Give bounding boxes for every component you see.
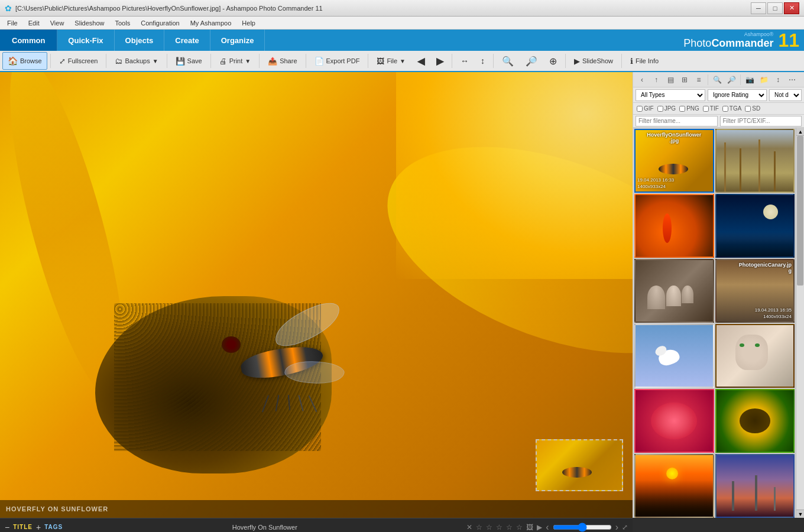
image-viewer[interactable]: HOVERFLY ON SUNFLOWER › bbox=[0, 72, 633, 518]
thumb-up-button[interactable]: ↑ bbox=[650, 73, 663, 86]
thumb-item-2[interactable] bbox=[715, 129, 795, 193]
thumb-sort-button[interactable]: ↕ bbox=[771, 73, 784, 86]
thumb-9-petals bbox=[651, 403, 697, 439]
scroll-up-arrow[interactable]: ▲ bbox=[796, 128, 804, 136]
thumb-search-button[interactable]: 🔍 bbox=[711, 73, 724, 86]
exportpdf-button[interactable]: 📄 Export PDF bbox=[309, 52, 365, 70]
thumb-item-8[interactable] bbox=[715, 324, 795, 388]
thumb-item-10[interactable] bbox=[715, 389, 795, 453]
menu-configuration[interactable]: Configuration bbox=[136, 18, 184, 28]
thumb-back-button[interactable]: ‹ bbox=[636, 73, 649, 86]
backups-button[interactable]: 🗂 Backups ▼ bbox=[109, 52, 163, 70]
resize-icon[interactable]: ⤢ bbox=[622, 523, 628, 531]
thumb-more-button[interactable]: ⋯ bbox=[786, 73, 799, 86]
tab-organize[interactable]: Organize bbox=[210, 30, 265, 51]
caption-image-icon[interactable]: 🖼 bbox=[526, 523, 533, 531]
save-button[interactable]: 💾 Save bbox=[170, 52, 208, 70]
tab-create[interactable]: Create bbox=[164, 30, 210, 51]
light-area bbox=[396, 72, 633, 279]
scroll-down-arrow[interactable]: ▼ bbox=[796, 510, 804, 518]
menu-edit[interactable]: Edit bbox=[24, 18, 44, 28]
cb-tga[interactable]: TGA bbox=[722, 105, 742, 112]
cb-sd-input[interactable] bbox=[745, 106, 751, 112]
fileinfo-button[interactable]: ℹ File Info bbox=[625, 52, 664, 70]
cb-png-input[interactable] bbox=[679, 106, 685, 112]
thumb-item-12[interactable] bbox=[715, 454, 795, 518]
cb-sd[interactable]: SD bbox=[745, 105, 760, 112]
star-2[interactable]: ☆ bbox=[486, 523, 492, 531]
scroll-track[interactable] bbox=[796, 136, 804, 510]
thumb-toolbar: ‹ ↑ ▤ ⊞ ≡ 🔍 🔎 📷 📁 ↕ ⋯ bbox=[633, 72, 804, 87]
thumb-item-5[interactable] bbox=[634, 259, 714, 323]
zoom-in-button[interactable]: 🔎 bbox=[520, 52, 543, 70]
exportpdf-icon: 📄 bbox=[315, 57, 324, 66]
menu-help[interactable]: Help bbox=[237, 18, 260, 28]
title-minus-btn[interactable]: − bbox=[5, 523, 9, 532]
menu-view[interactable]: View bbox=[46, 18, 69, 28]
print-button[interactable]: 🖨 Print ▼ bbox=[214, 52, 257, 70]
flip-h-button[interactable]: ↔ bbox=[455, 52, 474, 70]
thumb-folder-button[interactable]: 📁 bbox=[757, 73, 770, 86]
nav-prev-button[interactable]: ◀ bbox=[412, 52, 430, 70]
thumb-item-4[interactable] bbox=[715, 194, 795, 258]
tab-objects[interactable]: Objects bbox=[115, 30, 165, 51]
share-button[interactable]: 📤 Share bbox=[262, 52, 302, 70]
thumb-details-button[interactable]: ≡ bbox=[692, 73, 705, 86]
zoom-out-button[interactable]: 🔍 bbox=[497, 52, 519, 70]
star-5[interactable]: ☆ bbox=[516, 523, 523, 531]
thumb-search2-button[interactable]: 🔎 bbox=[725, 73, 738, 86]
star-4[interactable]: ☆ bbox=[506, 523, 513, 531]
caption-nav-prev[interactable]: ‹ bbox=[546, 522, 549, 533]
fullscreen-button[interactable]: ⤢ Fullscreen bbox=[54, 52, 103, 70]
thumb-item-9[interactable] bbox=[634, 389, 714, 453]
thumb-item-6[interactable]: PhotogenicCanary.jpg 19.04.2013 16:35140… bbox=[715, 259, 795, 323]
caption-slider[interactable] bbox=[553, 524, 612, 530]
cb-tga-input[interactable] bbox=[722, 106, 728, 112]
menu-myashampoo[interactable]: My Ashampoo bbox=[186, 18, 236, 28]
filter-other-select[interactable]: Not d bbox=[769, 89, 802, 101]
cb-tif[interactable]: TIF bbox=[703, 105, 719, 112]
maximize-button[interactable]: □ bbox=[767, 2, 783, 14]
thumb-grid-button[interactable]: ⊞ bbox=[678, 73, 691, 86]
filter-types-select[interactable]: All Types bbox=[636, 89, 705, 101]
thumb-8-eye2 bbox=[755, 343, 760, 347]
file-button[interactable]: 🖼 File ▼ bbox=[371, 52, 411, 70]
menu-file[interactable]: File bbox=[2, 18, 22, 28]
minimize-button[interactable]: ─ bbox=[751, 2, 766, 14]
cb-tif-input[interactable] bbox=[703, 106, 709, 112]
logo-commander-text: Commander bbox=[711, 37, 773, 50]
thumb-item-1[interactable]: HoverflyOnSunflower.jpg 19.04.2013 16:33… bbox=[634, 129, 714, 193]
star-1[interactable]: ☆ bbox=[476, 523, 482, 531]
caption-play-icon[interactable]: ▶ bbox=[537, 523, 542, 531]
thumb-filmstrip-button[interactable]: ▤ bbox=[664, 73, 677, 86]
flip-v-button[interactable]: ↕ bbox=[475, 52, 490, 70]
slideshow-button[interactable]: ▶ SlideShow bbox=[569, 52, 618, 70]
star-3[interactable]: ☆ bbox=[496, 523, 502, 531]
zoom-fit-button[interactable]: ⊕ bbox=[544, 52, 562, 70]
caption-nav-next[interactable]: › bbox=[615, 522, 618, 533]
filter-filename-input[interactable] bbox=[636, 116, 718, 126]
nav-next-button[interactable]: ▶ bbox=[431, 52, 449, 70]
filter-iptc-input[interactable] bbox=[720, 116, 802, 126]
thumb-item-7[interactable] bbox=[634, 324, 714, 388]
menu-slideshow[interactable]: Slideshow bbox=[70, 18, 109, 28]
tab-common[interactable]: Common bbox=[0, 30, 57, 51]
close-button[interactable]: ✕ bbox=[784, 2, 799, 14]
thumb-scrollbar[interactable]: ▲ ▼ bbox=[796, 128, 804, 518]
cb-jpg[interactable]: JPG bbox=[657, 105, 676, 112]
menu-tools[interactable]: Tools bbox=[111, 18, 135, 28]
filter-rating-select[interactable]: Ignore Rating bbox=[708, 89, 767, 101]
cb-gif[interactable]: GIF bbox=[637, 105, 654, 112]
thumb-camera-button[interactable]: 📷 bbox=[743, 73, 756, 86]
thumbnail-preview[interactable] bbox=[536, 439, 623, 491]
browse-button[interactable]: 🏠 Browse bbox=[2, 52, 47, 70]
cb-png[interactable]: PNG bbox=[679, 105, 699, 112]
thumb-item-3[interactable] bbox=[634, 194, 714, 258]
thumb-item-11[interactable] bbox=[634, 454, 714, 518]
cb-gif-input[interactable] bbox=[637, 106, 643, 112]
caption-close-icon[interactable]: ✕ bbox=[466, 523, 472, 531]
tab-quickfix[interactable]: Quick-Fix bbox=[57, 30, 114, 51]
scroll-thumb[interactable] bbox=[797, 136, 803, 286]
tags-plus-btn[interactable]: + bbox=[36, 523, 41, 532]
cb-jpg-input[interactable] bbox=[657, 106, 663, 112]
